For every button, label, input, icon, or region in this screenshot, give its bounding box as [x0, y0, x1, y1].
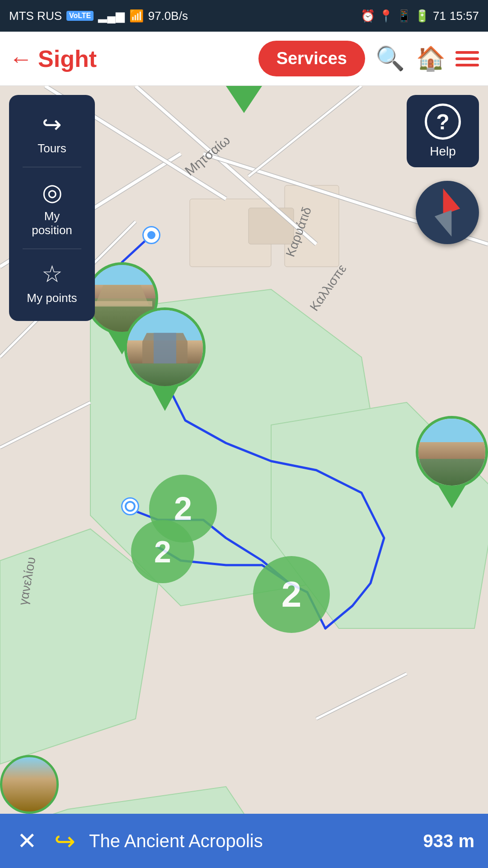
bottom-dome-preview[interactable] [0, 755, 59, 814]
cluster-bubble-2[interactable]: 2 [131, 520, 194, 583]
network-speed: 97.0B/s [148, 9, 188, 23]
position-label: My position [23, 209, 81, 237]
points-icon: ☆ [42, 260, 63, 288]
services-button[interactable]: Services [258, 41, 365, 76]
direction-arrow [226, 86, 262, 113]
location-icon: 📍 [379, 9, 393, 23]
help-label: Help [430, 144, 456, 159]
tours-label: Tours [38, 142, 66, 156]
alarm-icon: ⏰ [361, 9, 375, 23]
map-container[interactable]: Μητσαίω Καρυάτιδ Καλλισπε Θρα γανελίου Α… [0, 86, 488, 868]
search-icon: 🔍 [375, 45, 405, 72]
cluster-count-2: 2 [154, 534, 171, 569]
volte-badge: VoLTE [66, 11, 94, 21]
battery-icon: 🔋 [415, 9, 429, 23]
tours-icon: ↪ [42, 111, 62, 138]
battery-level: 71 [433, 9, 446, 23]
points-label: My points [27, 291, 77, 305]
compass[interactable] [416, 181, 479, 244]
app-header: ← Sight Services 🔍 🏠 [0, 32, 488, 86]
wifi-icon: 📶 [129, 9, 144, 23]
signal-bars: ▂▄▆ [98, 9, 124, 23]
location-dot-2 [121, 497, 139, 515]
position-icon: ◎ [42, 179, 62, 206]
bottom-bar: ✕ ↪ The Ancient Acropolis 933 m [0, 814, 488, 868]
status-right: ⏰ 📍 📱 🔋 71 15:57 [361, 9, 479, 23]
my-points-button[interactable]: ☆ My points [18, 254, 86, 312]
navigate-icon: ↪ [54, 826, 75, 856]
home-icon: 🏠 [416, 45, 446, 72]
map-pin-2[interactable] [124, 307, 206, 411]
poi-distance: 933 m [423, 831, 474, 851]
cluster-count-3: 2 [282, 574, 302, 615]
back-arrow-icon: ← [9, 47, 33, 71]
search-button[interactable]: 🔍 [374, 43, 406, 75]
status-bar: MTS RUS VoLTE ▂▄▆ 📶 97.0B/s ⏰ 📍 📱 🔋 71 1… [0, 0, 488, 32]
my-position-button[interactable]: ◎ My position [18, 172, 86, 244]
home-button[interactable]: 🏠 [415, 43, 446, 75]
location-dot-1 [142, 226, 160, 244]
panel-divider-1 [23, 167, 81, 167]
left-panel: ↪ Tours ◎ My position ☆ My points [9, 95, 95, 321]
panel-divider-2 [23, 249, 81, 249]
close-button[interactable]: ✕ [14, 827, 41, 854]
header-title: Sight [38, 45, 97, 72]
map-pin-3[interactable] [416, 416, 488, 508]
help-button[interactable]: ? Help [407, 95, 479, 167]
cluster-bubble-3[interactable]: 2 [253, 556, 330, 633]
menu-button[interactable] [455, 51, 479, 66]
back-button[interactable]: ← Sight [9, 45, 97, 72]
carrier-text: MTS RUS [9, 9, 62, 23]
tours-button[interactable]: ↪ Tours [18, 104, 86, 162]
cluster-count-1: 2 [174, 490, 192, 527]
phone-icon: 📱 [397, 9, 411, 23]
clock: 15:57 [450, 9, 479, 23]
svg-rect-7 [249, 208, 294, 244]
help-circle-icon: ? [425, 104, 461, 140]
poi-title: The Ancient Acropolis [89, 831, 414, 851]
status-left: MTS RUS VoLTE ▂▄▆ 📶 97.0B/s [9, 9, 188, 23]
